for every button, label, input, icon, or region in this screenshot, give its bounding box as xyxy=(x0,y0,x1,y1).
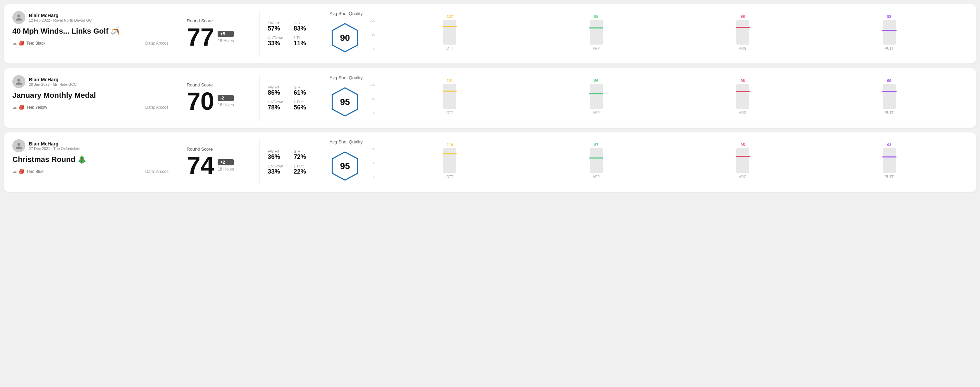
bar-column: 96ARG xyxy=(673,79,813,114)
bar-value: 82 xyxy=(887,14,891,19)
stat-updown-value: 33% xyxy=(268,40,287,47)
cloud-icon: ☁ xyxy=(12,40,17,46)
bar-marker xyxy=(442,90,457,92)
bar-label: PUTT xyxy=(885,111,894,114)
bar-marker xyxy=(882,157,897,157)
avatar xyxy=(12,139,25,152)
bar-value: 95 xyxy=(594,14,598,19)
round-title: 40 Mph Winds... Links Golf 🪃 xyxy=(12,27,169,36)
y-axis-label: 50 xyxy=(372,33,375,36)
bar-outer xyxy=(443,148,456,173)
bar-value: 95 xyxy=(741,143,745,147)
score-label: Round Score xyxy=(187,18,250,23)
stat-fw-hit-label: FW Hit xyxy=(268,21,287,25)
bar-column: 110OTT xyxy=(380,143,520,179)
stat-fw-hit: FW Hit36% xyxy=(268,149,287,160)
tee-info: ☁🎒Tee: Blue xyxy=(12,169,44,174)
stat-updown-label: Up/Down xyxy=(268,36,287,40)
bar-label: APP xyxy=(593,111,600,114)
bar-marker xyxy=(882,30,897,31)
round-card: Blair McHarg29 Jan 2022 · Mill Ride GCCJ… xyxy=(4,68,976,128)
stat-oneputt-label: 1 Putt xyxy=(294,36,313,40)
round-left-section: Blair McHarg12 Feb 2022 · Royal North De… xyxy=(12,11,177,57)
bar-column: 98ARG xyxy=(673,14,813,51)
holes-text: 18 Holes xyxy=(218,103,234,107)
bar-label: APP xyxy=(593,47,600,51)
stat-gir-value: 83% xyxy=(294,25,313,32)
date-course: 12 Feb 2022 · Royal North Devon GC xyxy=(29,18,92,22)
stat-gir-label: GIR xyxy=(294,149,313,153)
stat-oneputt-label: 1 Putt xyxy=(294,164,313,168)
holes-text: 18 Holes xyxy=(218,167,234,171)
y-axis-label: 0 xyxy=(374,111,375,114)
score-section: Round Score77+518 Holes xyxy=(177,11,259,57)
bag-icon: 🎒 xyxy=(19,105,24,110)
bar-value: 107 xyxy=(447,14,453,19)
quality-section: Avg Shot Quality 95 100500101OTT86APP96A… xyxy=(321,75,968,121)
hexagon-wrapper: 95 xyxy=(329,151,360,181)
round-left-section: Blair McHarg27 Dec 2021 · The Oxfordshir… xyxy=(12,139,177,185)
bar-label: ARG xyxy=(739,111,746,114)
y-axis-label: 100 xyxy=(370,19,375,22)
stat-gir: GIR61% xyxy=(294,85,313,97)
bar-outer xyxy=(736,84,749,109)
stat-gir: GIR83% xyxy=(294,21,313,32)
user-header: Blair McHarg27 Dec 2021 · The Oxfordshir… xyxy=(12,139,169,152)
stat-updown: Up/Down78% xyxy=(268,100,287,111)
bar-value: 87 xyxy=(594,143,598,147)
bar-marker xyxy=(589,93,603,94)
quality-section: Avg Shot Quality 95 100500110OTT87APP95A… xyxy=(321,139,968,185)
hexagon: 95 xyxy=(329,86,360,117)
bar-marker xyxy=(882,91,897,92)
score-number: 74 xyxy=(187,153,214,178)
bar-chart: 107OTT95APP98ARG82PUTT xyxy=(380,19,959,57)
tee-row: ☁🎒Tee: BlueData: Arccos xyxy=(12,169,169,174)
score-label: Round Score xyxy=(187,146,250,152)
quality-content: 95 100500101OTT86APP96ARG99PUTT xyxy=(329,83,959,121)
stat-gir-label: GIR xyxy=(294,21,313,25)
hex-score-value: 90 xyxy=(340,33,350,43)
bar-marker xyxy=(589,157,603,159)
bar-outer xyxy=(443,84,456,109)
score-number: 70 xyxy=(187,89,214,114)
tee-label: Tee: Blue xyxy=(26,169,44,174)
stat-fw-hit-value: 36% xyxy=(268,153,287,160)
bar-label: OTT xyxy=(446,175,453,179)
score-number: 77 xyxy=(187,25,214,49)
cloud-icon: ☁ xyxy=(12,169,17,174)
stat-updown: Up/Down33% xyxy=(268,36,287,47)
user-header: Blair McHarg12 Feb 2022 · Royal North De… xyxy=(12,11,169,24)
stat-fw-hit-value: 57% xyxy=(268,25,287,32)
bar-marker xyxy=(442,153,457,154)
stat-oneputt: 1 Putt56% xyxy=(294,100,313,111)
bar-value: 98 xyxy=(741,14,745,19)
bag-icon: 🎒 xyxy=(19,40,24,46)
bar-column: 86APP xyxy=(526,79,667,114)
user-name: Blair McHarg xyxy=(29,141,80,146)
bar-column: 99PUTT xyxy=(819,79,959,114)
y-axis-label: 50 xyxy=(372,161,375,165)
score-section: Round Score70-218 Holes xyxy=(177,75,259,121)
date-course: 27 Dec 2021 · The Oxfordshire xyxy=(29,146,80,151)
bar-label: OTT xyxy=(446,47,453,51)
stat-oneputt: 1 Putt22% xyxy=(294,164,313,175)
bar-chart-container: 100500101OTT86APP96ARG99PUTT xyxy=(370,83,959,121)
round-title: January Monthly Medal xyxy=(12,91,169,100)
bar-label: ARG xyxy=(739,175,746,179)
hexagon-wrapper: 95 xyxy=(329,86,360,117)
score-label: Round Score xyxy=(187,82,250,87)
stat-updown-label: Up/Down xyxy=(268,164,287,168)
bar-outer xyxy=(883,84,896,109)
user-info: Blair McHarg12 Feb 2022 · Royal North De… xyxy=(29,13,92,22)
avatar xyxy=(12,11,25,24)
cloud-icon: ☁ xyxy=(12,105,17,110)
bar-outer xyxy=(883,148,896,173)
quality-section: Avg Shot Quality 90 100500107OTT95APP98A… xyxy=(321,11,968,57)
hex-score-value: 95 xyxy=(340,161,350,171)
score-main: 77+518 Holes xyxy=(187,25,250,49)
quality-content: 90 100500107OTT95APP98ARG82PUTT xyxy=(329,19,959,57)
stat-oneputt-label: 1 Putt xyxy=(294,100,313,104)
stats-grid: FW Hit86%GIR61%Up/Down78%1 Putt56% xyxy=(268,85,313,111)
stats-section: FW Hit36%GIR72%Up/Down33%1 Putt22% xyxy=(259,139,321,185)
bar-column: 82PUTT xyxy=(819,14,959,51)
